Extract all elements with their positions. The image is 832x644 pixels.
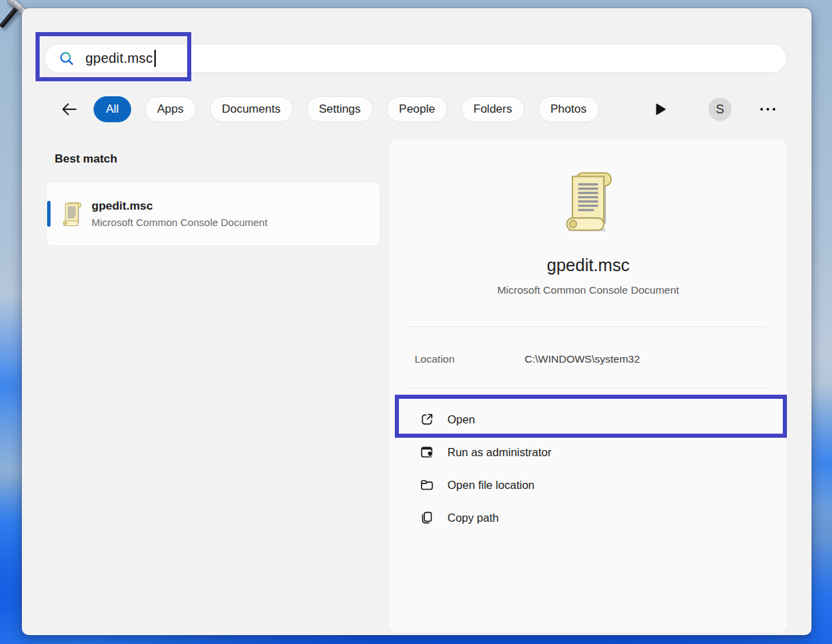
play-icon[interactable] — [656, 103, 666, 115]
search-icon — [58, 50, 75, 67]
tab-folders[interactable]: Folders — [461, 96, 525, 122]
action-label: Run as administrator — [447, 446, 551, 459]
action-label: Open file location — [447, 479, 535, 492]
location-label: Location — [415, 353, 455, 365]
preview-title: gpedit.msc — [389, 255, 787, 275]
search-flyout-window: gpedit.msc All Apps Documents Settings P… — [22, 8, 812, 635]
preview-panel: gpedit.msc Microsoft Common Console Docu… — [389, 139, 787, 632]
result-title: gpedit.msc — [92, 199, 268, 213]
more-options-icon[interactable] — [759, 104, 777, 115]
copy-icon — [419, 510, 434, 525]
account-avatar[interactable]: S — [708, 98, 732, 121]
tab-all[interactable]: All — [94, 96, 131, 122]
action-copy-path[interactable]: Copy path — [389, 501, 787, 534]
selection-indicator-bar — [47, 201, 51, 227]
tab-apps[interactable]: Apps — [145, 96, 196, 122]
location-value: C:\WINDOWS\system32 — [525, 353, 640, 365]
mmc-scroll-icon — [559, 169, 617, 232]
action-open[interactable]: Open — [389, 403, 787, 436]
filter-tabs-row: All Apps Documents Settings People Folde… — [44, 96, 789, 123]
preview-subtitle: Microsoft Common Console Document — [389, 284, 787, 296]
tab-settings[interactable]: Settings — [307, 96, 373, 122]
search-input[interactable]: gpedit.msc — [44, 44, 787, 73]
location-row: Location C:\WINDOWS\system32 — [389, 347, 787, 374]
folder-icon — [419, 477, 434, 492]
result-subtitle: Microsoft Common Console Document — [92, 216, 268, 228]
best-match-result-item[interactable]: gpedit.msc Microsoft Common Console Docu… — [46, 182, 380, 245]
admin-shield-icon — [419, 445, 434, 460]
action-run-as-administrator[interactable]: Run as administrator — [389, 436, 787, 468]
tab-documents[interactable]: Documents — [210, 96, 293, 122]
mmc-scroll-icon — [60, 201, 83, 227]
search-query-text: gpedit.msc — [85, 51, 153, 66]
best-match-heading: Best match — [55, 152, 117, 166]
back-arrow-icon — [59, 100, 79, 119]
tab-photos[interactable]: Photos — [538, 96, 599, 122]
divider — [408, 326, 766, 327]
tab-people[interactable]: People — [387, 96, 447, 122]
back-button[interactable] — [59, 100, 79, 119]
action-label: Open — [447, 413, 475, 426]
open-external-icon — [419, 412, 434, 427]
toolbar-controls: S — [656, 98, 777, 121]
action-list: Open Run as administrator Open file loca… — [389, 403, 787, 534]
text-cursor — [154, 50, 156, 67]
divider — [408, 388, 766, 389]
action-open-file-location[interactable]: Open file location — [389, 468, 787, 501]
action-label: Copy path — [447, 512, 499, 524]
